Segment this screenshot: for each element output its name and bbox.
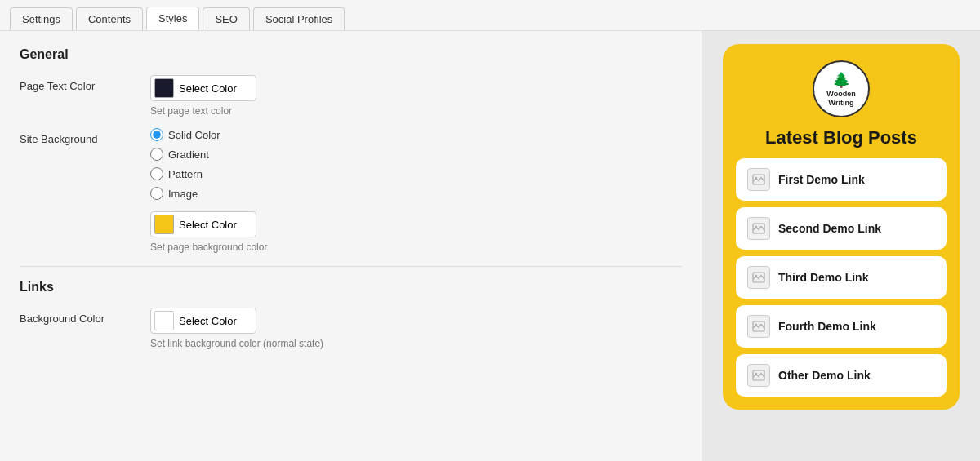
page-wrapper: Settings Contents Styles SEO Social Prof… [0,0,980,461]
general-section-title: General [20,47,682,62]
phone-preview: 🌲 Wooden Writing Latest Blog Posts First… [723,44,960,410]
page-text-color-label: Page Text Color [20,75,150,92]
right-panel: 🌲 Wooden Writing Latest Blog Posts First… [702,31,980,461]
radio-pattern-label: Pattern [168,168,203,180]
page-text-color-button[interactable]: Select Color [150,75,256,101]
link-list: First Demo Link Second Demo Link Third D… [736,158,947,397]
page-text-color-row: Page Text Color Select Color Set page te… [20,75,682,117]
link-label-5: Other Demo Link [778,369,871,382]
site-background-radio-group: Solid Color Gradient Pattern [150,128,682,200]
link-background-color-row: Background Color Select Color Set link b… [20,308,682,349]
radio-image[interactable]: Image [150,187,682,200]
site-background-label: Site Background [20,128,150,145]
link-background-color-button-label: Select Color [179,315,237,327]
svg-point-1 [755,177,757,179]
link-label-4: Fourth Demo Link [778,320,876,333]
link-label-1: First Demo Link [778,173,865,186]
logo-text-line2: Writing [829,99,854,107]
main-layout: General Page Text Color Select Color Set… [0,31,980,461]
image-icon-3 [752,271,765,284]
svg-point-9 [755,373,757,375]
tabs-bar: Settings Contents Styles SEO Social Prof… [0,0,980,31]
general-section: General Page Text Color Select Color Set… [20,47,682,253]
preview-title: Latest Blog Posts [765,127,917,148]
left-panel: General Page Text Color Select Color Set… [0,31,702,461]
radio-pattern-input[interactable] [150,167,163,180]
link-background-color-hint: Set link background color (normal state) [150,338,682,349]
radio-image-input[interactable] [150,187,163,200]
list-item: First Demo Link [736,158,947,201]
list-item: Second Demo Link [736,207,947,250]
page-text-color-content: Select Color Set page text color [150,75,682,117]
links-section-title: Links [20,280,682,295]
svg-point-5 [755,275,757,277]
logo-circle: 🌲 Wooden Writing [813,60,870,117]
site-background-color-button-label: Select Color [179,219,237,231]
link-thumb-5 [747,364,770,387]
link-background-color-content: Select Color Set link background color (… [150,308,682,349]
site-background-row: Site Background Solid Color Gradient [20,128,682,253]
tab-styles[interactable]: Styles [146,7,199,30]
list-item: Other Demo Link [736,354,947,397]
radio-pattern[interactable]: Pattern [150,167,682,180]
radio-image-label: Image [168,188,198,200]
site-background-color-hint: Set page background color [150,242,682,253]
radio-solid-color-input[interactable] [150,128,163,141]
link-thumb-3 [747,266,770,289]
image-icon-2 [752,222,765,235]
section-divider [20,266,682,267]
links-section: Links Background Color Select Color Set … [20,280,682,349]
link-label-2: Second Demo Link [778,222,881,235]
page-text-color-button-label: Select Color [179,82,237,95]
list-item: Third Demo Link [736,256,947,299]
logo-tree-icon: 🌲 [826,71,855,89]
logo-text: Wooden Writing [826,90,855,108]
radio-gradient-input[interactable] [150,148,163,161]
list-item: Fourth Demo Link [736,305,947,348]
tab-settings[interactable]: Settings [10,7,73,30]
tab-contents[interactable]: Contents [76,7,143,30]
image-icon-1 [752,173,765,186]
link-thumb-2 [747,217,770,240]
svg-point-7 [755,324,757,326]
page-text-color-swatch [154,78,174,98]
site-background-color-button[interactable]: Select Color [150,211,256,237]
site-background-color-swatch [154,215,174,234]
radio-gradient[interactable]: Gradient [150,148,682,161]
link-background-color-label: Background Color [20,308,150,325]
page-text-color-hint: Set page text color [150,105,682,117]
radio-gradient-label: Gradient [168,148,209,161]
radio-solid-color-label: Solid Color [168,129,220,141]
image-icon-5 [752,369,765,382]
link-background-color-swatch [154,311,174,330]
link-thumb-4 [747,315,770,338]
logo-text-line1: Wooden [826,90,855,98]
link-background-color-button[interactable]: Select Color [150,308,256,334]
site-background-content: Solid Color Gradient Pattern [150,128,682,253]
image-icon-4 [752,320,765,333]
tab-seo[interactable]: SEO [203,7,249,30]
link-thumb-1 [747,168,770,191]
tab-social-profiles[interactable]: Social Profiles [253,7,345,30]
link-label-3: Third Demo Link [778,271,868,284]
svg-point-3 [755,226,757,228]
radio-solid-color[interactable]: Solid Color [150,128,682,141]
